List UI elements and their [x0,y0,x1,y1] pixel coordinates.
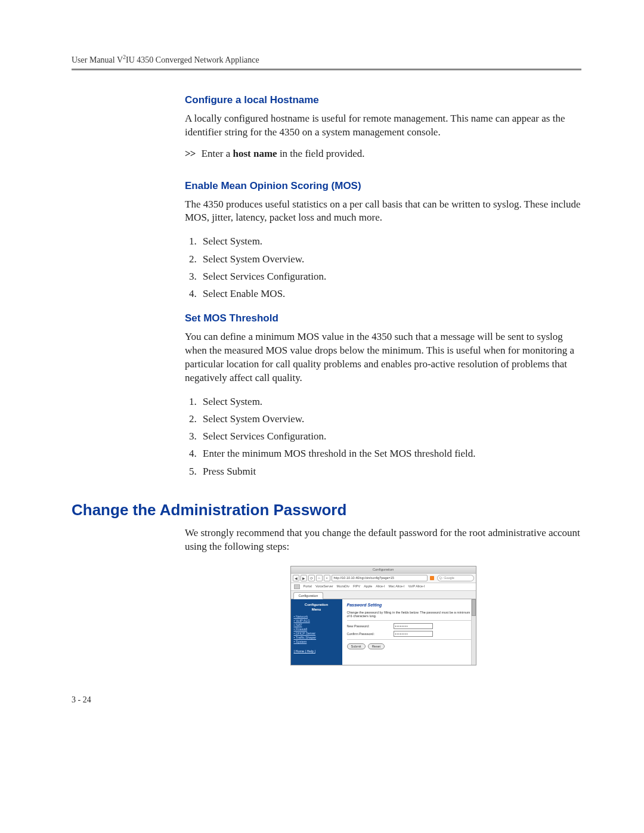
list-item: Press Submit [199,463,581,479]
body-text: You can define a minimum MOS value in th… [185,330,581,385]
list-item: Select System Overview. [199,411,581,427]
bookmark-link[interactable]: MozaDiv [337,584,349,589]
list-item: Select Services Configuration. [199,428,581,444]
sidebar-link-nat[interactable]: NAT [298,623,339,627]
reload-button[interactable]: ⟳ [308,575,315,581]
sidebar-link-traffic-shaper[interactable]: Traffic Shaper [298,636,339,639]
scrollbar-track[interactable] [471,599,476,665]
main-panel: Password Setting Change the password by … [342,599,476,665]
url-field[interactable]: http://10.10.10.40/cgi-bin/config?page=1… [332,575,428,581]
list-item: Select System. [199,394,581,410]
add-button[interactable]: + [324,575,330,581]
steps-list-mos: Select System. Select System Overview. S… [185,233,581,302]
sidebar-subtitle: Menu [294,608,339,611]
sidebar-link-voip-alg[interactable]: VoIP ALG [298,619,339,623]
sidebar-footer-links[interactable]: | Home | Help | [294,649,339,653]
embedded-screenshot: Configuration ◀ ▶ ⟳ ⌂ + http://10.10.10.… [290,566,476,665]
bookmark-link[interactable]: FIPV [353,584,360,589]
panel-title: Password Setting [347,603,471,607]
body-text: We strongly recommend that you change th… [185,527,581,554]
tab-configuration[interactable]: Configuration [293,592,324,599]
list-item: Select System Overview. [199,251,581,267]
sidebar-title: Configuration [294,603,339,606]
scrollbar-thumb[interactable] [472,599,476,616]
window-titlebar: Configuration [291,566,476,574]
heading-configure-hostname: Configure a local Hostname [185,94,581,106]
rss-icon[interactable] [430,576,434,580]
home-button[interactable]: ⌂ [316,575,323,581]
label-new-password: New Password: [347,624,394,628]
browser-toolbar: ◀ ▶ ⟳ ⌂ + http://10.10.10.40/cgi-bin/con… [291,574,476,583]
sidebar-link-system[interactable]: System [298,640,339,643]
bookmark-link[interactable]: Portal [304,584,312,589]
bookmarks-bar: Portal VoiceServer MozaDiv FIPV Apple Al… [291,583,476,591]
body-text: The 4350 produces useful statistics on a… [185,198,581,225]
heading-set-mos-threshold: Set MOS Threshold [185,312,581,324]
search-field[interactable]: Q- Google [437,575,474,581]
heading-change-admin-password: Change the Administration Password [72,501,581,519]
body-text: A locally configured hostname is useful … [185,112,581,140]
heading-enable-mos: Enable Mean Opinion Scoring (MOS) [185,180,581,192]
list-item: Select Enable MOS. [199,286,581,302]
back-button[interactable]: ◀ [293,575,299,581]
list-item: Enter the minimum MOS threshold in the S… [199,445,581,462]
reset-button[interactable]: Reset [368,643,385,649]
sidebar: Configuration Menu Network VoIP ALG NAT … [291,599,342,665]
submit-button[interactable]: Submit [347,643,366,649]
bookmark-link[interactable]: VoiceServer [315,584,333,589]
menu-icon[interactable] [294,584,300,589]
label-confirm-password: Confirm Password: [347,632,394,636]
input-new-password[interactable]: •••••••• [394,623,433,629]
sidebar-link-firewall[interactable]: Firewall [298,627,339,631]
step-line: >> Enter a host name in the field provid… [185,148,581,160]
running-header: User Manual V2IU 4350 Converged Network … [72,54,581,65]
page-number: 3 - 24 [72,695,581,705]
list-item: Select System. [199,233,581,249]
forward-button[interactable]: ▶ [301,575,307,581]
tab-bar: Configuration [291,591,476,599]
input-confirm-password[interactable]: •••••••• [394,631,433,637]
panel-description: Change the password by filling in the fi… [347,611,471,618]
steps-list-threshold: Select System. Select System Overview. S… [185,394,581,479]
sidebar-link-dhcp[interactable]: DHCP Server [298,631,339,635]
header-rule [72,69,581,70]
bookmark-link[interactable]: Mac Alice-I [389,584,405,589]
bookmark-link[interactable]: Alice-I [376,584,385,589]
list-item: Select Services Configuration. [199,268,581,284]
sidebar-link-network[interactable]: Network [298,615,339,618]
bookmark-link[interactable]: VoIP Alice-I [408,584,425,589]
bookmark-link[interactable]: Apple [364,584,372,589]
